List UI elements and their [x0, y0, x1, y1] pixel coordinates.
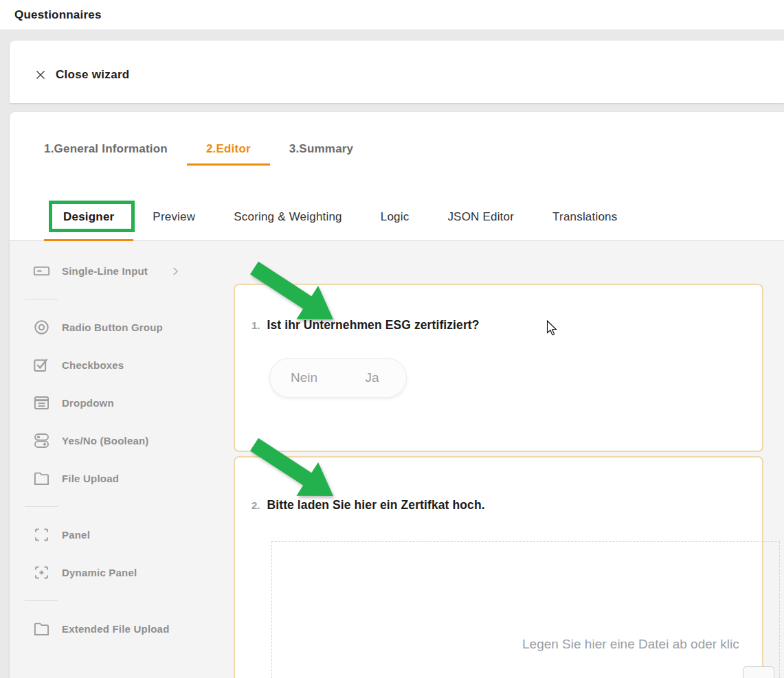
question-card-2[interactable]: 2. Bitte laden Sie hier ein Zertifkat ho…	[234, 456, 763, 678]
tab-json-editor[interactable]: JSON Editor	[428, 210, 533, 241]
toolbox-item-label: Yes/No (Boolean)	[62, 435, 149, 447]
toolbox-item-yes-no-boolean[interactable]: Yes/No (Boolean)	[10, 422, 234, 460]
toolbox-divider	[10, 290, 234, 308]
toolbox-item-checkboxes[interactable]: Checkboxes	[10, 346, 234, 384]
dynamic-panel-icon	[32, 563, 51, 582]
step-editor[interactable]: 2.Editor	[187, 142, 270, 166]
question-number: 1.	[251, 319, 260, 331]
dropzone-hint-text: Legen Sie hier eine Datei ab oder klic	[522, 637, 739, 652]
boolean-option-yes[interactable]: Ja	[338, 359, 406, 397]
wizard-header-card: Close wizard	[10, 41, 784, 103]
file-upload-icon	[32, 469, 51, 488]
close-icon	[34, 68, 47, 82]
single-line-input-icon	[32, 262, 51, 280]
toolbox-divider	[10, 591, 234, 610]
tab-logic[interactable]: Logic	[361, 210, 429, 241]
tab-designer-label: Designer	[63, 210, 114, 223]
toolbox-item-radio-button-group[interactable]: Radio Button Group	[10, 308, 234, 346]
toolbox-item-single-line-input[interactable]: Single-Line Input	[10, 252, 234, 290]
tab-translations[interactable]: Translations	[533, 210, 636, 241]
wizard-steps: 1.General Information 2.Editor 3.Summary	[10, 112, 784, 166]
toolbox-divider	[10, 497, 234, 516]
radio-button-group-icon	[32, 318, 51, 337]
step-summary[interactable]: 3.Summary	[270, 142, 372, 166]
toolbox-item-dropdown[interactable]: Dropdown	[10, 384, 234, 422]
question-title-text: Ist ihr Unternehmen ESG zertifiziert?	[267, 318, 480, 332]
toolbox-item-file-upload[interactable]: File Upload	[10, 460, 234, 497]
extended-file-upload-icon	[32, 620, 51, 638]
toolbox-item-label: Checkboxes	[62, 359, 124, 371]
question-2-title: 2. Bitte laden Sie hier ein Zertifkat ho…	[251, 498, 485, 512]
chevron-right-icon[interactable]	[169, 265, 181, 278]
file-dropzone[interactable]: Legen Sie hier eine Datei ab oder klic	[271, 541, 780, 678]
checkboxes-icon	[32, 356, 51, 374]
toolbox-item-label: Dynamic Panel	[62, 567, 137, 578]
yes-no-boolean-icon	[32, 431, 51, 450]
toolbox-item-panel[interactable]: Panel	[10, 516, 234, 554]
toolbox-sidebar: Single-Line Input Radio Button Group	[10, 241, 234, 678]
tab-designer[interactable]: Designer	[44, 210, 133, 241]
dropdown-icon	[32, 394, 51, 412]
editor-card: 1.General Information 2.Editor 3.Summary…	[10, 112, 784, 678]
toolbox-item-dynamic-panel[interactable]: Dynamic Panel	[10, 554, 234, 591]
toolbox-item-label: Extended File Upload	[62, 623, 170, 635]
boolean-option-no[interactable]: Nein	[270, 359, 338, 397]
toolbox-item-label: Panel	[62, 529, 90, 541]
toolbox-item-extended-file-upload[interactable]: Extended File Upload	[10, 610, 234, 648]
toolbox-item-label: Single-Line Input	[62, 265, 148, 277]
tab-scoring-weighting[interactable]: Scoring & Weighting	[214, 210, 361, 241]
design-surface: 1. Ist ihr Unternehmen ESG zertifiziert?…	[234, 241, 784, 678]
app-header: Questionnaires	[0, 0, 784, 30]
designer-content: Single-Line Input Radio Button Group	[10, 241, 784, 678]
question-1-title: 1. Ist ihr Unternehmen ESG zertifiziert?	[251, 318, 480, 332]
question-number: 2.	[251, 499, 260, 511]
close-wizard-button[interactable]: Close wizard	[34, 68, 130, 82]
close-wizard-label: Close wizard	[56, 68, 130, 82]
toolbox-item-label: File Upload	[62, 473, 119, 484]
editor-tabs: Designer Preview Scoring & Weighting Log…	[10, 166, 784, 241]
question-title-text: Bitte laden Sie hier ein Zertifkat hoch.	[267, 498, 485, 512]
panel-icon	[32, 526, 51, 544]
boolean-toggle[interactable]: Nein Ja	[269, 358, 407, 398]
choose-file-button-partial[interactable]	[743, 666, 774, 678]
toolbox-item-label: Dropdown	[62, 397, 114, 409]
question-card-1[interactable]: 1. Ist ihr Unternehmen ESG zertifiziert?…	[234, 284, 763, 452]
toolbox-item-label: Radio Button Group	[62, 321, 163, 333]
tab-preview[interactable]: Preview	[133, 210, 214, 241]
page-title: Questionnaires	[14, 8, 102, 22]
step-general-information[interactable]: 1.General Information	[44, 142, 187, 166]
